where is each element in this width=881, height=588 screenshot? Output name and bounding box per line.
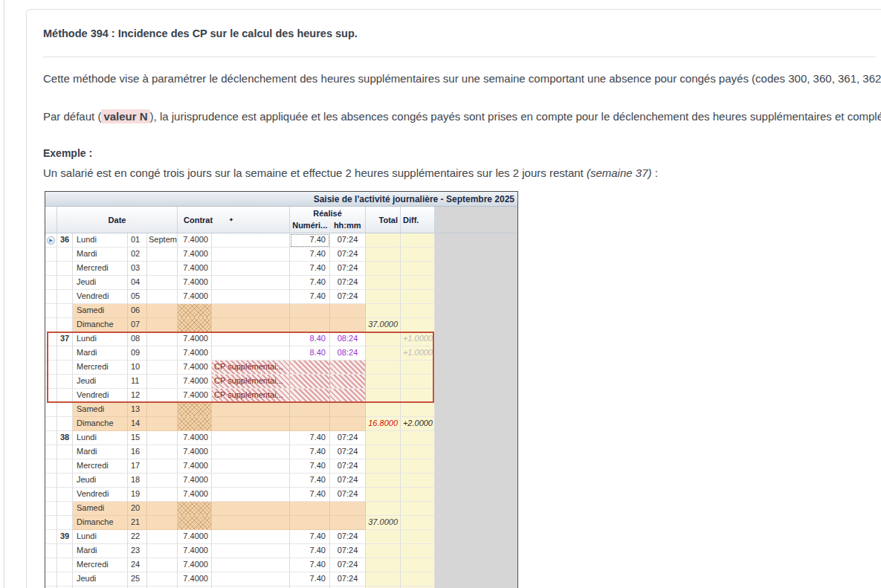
day-number: 15	[128, 431, 147, 445]
total-value	[366, 544, 401, 558]
realized-hhmm: 07:24	[330, 488, 366, 502]
table-row[interactable]: Samedi13	[45, 403, 517, 417]
realized-numeric: 7.40	[290, 262, 330, 276]
table-row[interactable]: Mercredi107.4000CP supplémentai...	[45, 361, 517, 375]
realized-hhmm: 07:24	[330, 572, 366, 587]
filler-cell	[435, 248, 517, 262]
week-number	[57, 474, 73, 488]
default-paragraph-prefix: Par défaut (	[43, 110, 101, 123]
week-number	[57, 459, 73, 474]
table-row[interactable]: Dimanche0737.0000	[45, 318, 517, 332]
contract-hours	[178, 403, 212, 417]
filler-cell	[435, 304, 517, 318]
realized-numeric	[290, 516, 330, 530]
filler-cell	[435, 488, 517, 502]
week-number	[57, 290, 73, 304]
table-row[interactable]: Samedi06	[45, 304, 517, 318]
table-row[interactable]: Jeudi257.40007.4007:24	[45, 572, 517, 587]
contract-hours: 7.4000	[178, 459, 212, 474]
month-name	[147, 276, 178, 290]
header-contrat[interactable]: Contrat✦	[178, 207, 290, 233]
day-name: Samedi	[73, 403, 128, 417]
table-row[interactable]: Jeudi187.40007.4007:24	[45, 474, 517, 488]
table-row[interactable]: 38Lundi157.40007.4007:24	[45, 431, 517, 445]
day-number: 21	[128, 516, 147, 530]
day-number: 19	[128, 488, 147, 502]
filler-cell	[435, 572, 517, 587]
realized-hhmm	[330, 389, 366, 403]
table-row[interactable]: Mardi097.40008.4008:24+1.0000	[45, 346, 517, 361]
table-row[interactable]: ▶36Lundi01Septembre7.40007.4007:24	[45, 233, 517, 248]
table-row[interactable]: Jeudi117.4000CP supplémentai...	[45, 375, 517, 389]
realized-hhmm	[330, 417, 366, 431]
header-numerique[interactable]: Numéri...	[290, 219, 329, 233]
header-total[interactable]: Total	[366, 207, 401, 233]
row-expand-cell	[45, 346, 57, 361]
valeur-n-highlight: valeur N	[101, 109, 149, 123]
day-number: 01	[128, 233, 147, 248]
absence-label	[212, 459, 290, 474]
filler-cell	[435, 361, 517, 375]
table-row[interactable]: Mercredi037.40007.4007:24	[45, 262, 517, 276]
table-row[interactable]: Dimanche2137.0000	[45, 516, 517, 530]
table-row[interactable]: Dimanche1416.8000+2.0000	[45, 417, 517, 431]
table-row[interactable]: Vendredi197.40007.4007:24	[45, 488, 517, 502]
expand-row-icon[interactable]: ▶	[47, 236, 55, 245]
day-name: Jeudi	[73, 276, 128, 290]
week-number	[57, 445, 73, 459]
day-number: 25	[128, 572, 147, 587]
absence-label	[212, 233, 290, 248]
table-row[interactable]: Mardi027.40007.4007:24	[45, 248, 517, 262]
week-number: 37	[57, 332, 73, 346]
diff-value	[401, 516, 435, 530]
table-row[interactable]: Samedi20	[45, 502, 517, 516]
realized-numeric: 7.40	[290, 544, 330, 558]
day-number: 16	[128, 445, 147, 459]
day-number: 17	[128, 459, 147, 474]
table-row[interactable]: 39Lundi227.40007.4007:24	[45, 530, 517, 544]
diff-value	[401, 233, 435, 248]
example-sentence-text: Un salarié est en congé trois jours sur …	[43, 167, 587, 179]
realized-hhmm	[330, 361, 366, 375]
realized-hhmm: 07:24	[330, 290, 366, 304]
week-number	[57, 488, 73, 502]
table-row[interactable]: Mercredi247.40007.4007:24	[45, 558, 517, 572]
filler-cell	[435, 544, 517, 558]
row-expand-cell	[45, 375, 57, 389]
table-row[interactable]: Vendredi057.40007.4007:24	[45, 290, 517, 304]
diff-value	[401, 304, 435, 318]
day-number: 22	[128, 530, 147, 544]
diff-value	[401, 389, 435, 403]
absence-label: CP supplémentai...	[212, 389, 290, 403]
row-expand-cell	[45, 290, 57, 304]
diff-value	[401, 276, 435, 290]
header-hhmm[interactable]: hh:mm	[329, 219, 365, 233]
diff-value	[401, 459, 435, 474]
header-date[interactable]: Date	[57, 207, 178, 233]
row-expand-cell	[45, 304, 57, 318]
month-name	[147, 558, 178, 572]
header-icon-column	[45, 207, 57, 233]
table-row[interactable]: Jeudi047.40007.4007:24	[45, 276, 517, 290]
diff-value: +1.0000	[401, 346, 435, 361]
table-row[interactable]: Mercredi177.40007.4007:24	[45, 459, 517, 474]
table-row[interactable]: Vendredi127.4000CP supplémentai...	[45, 389, 517, 403]
table-row[interactable]: Mardi167.40007.4007:24	[45, 445, 517, 459]
day-number: 03	[128, 262, 147, 276]
example-sentence: Un salarié est en congé trois jours sur …	[43, 166, 876, 181]
contract-hours: 7.4000	[178, 572, 212, 587]
week-number	[57, 502, 73, 516]
contract-hours: 7.4000	[178, 474, 212, 488]
day-name: Mardi	[73, 544, 128, 558]
filler-cell	[435, 502, 517, 516]
contrat-sort-icon[interactable]: ✦	[229, 217, 233, 223]
header-diff[interactable]: Diff.	[401, 207, 435, 233]
absence-label	[212, 488, 290, 502]
day-name: Vendredi	[73, 389, 128, 403]
table-row[interactable]: 37Lundi087.40008.4008:24+1.0000	[45, 332, 517, 346]
day-number: 24	[128, 558, 147, 572]
row-expand-cell	[45, 459, 57, 474]
absence-label: CP supplémentai...	[212, 361, 290, 375]
table-row[interactable]: Mardi237.40007.4007:24	[45, 544, 517, 558]
month-name	[147, 346, 178, 361]
